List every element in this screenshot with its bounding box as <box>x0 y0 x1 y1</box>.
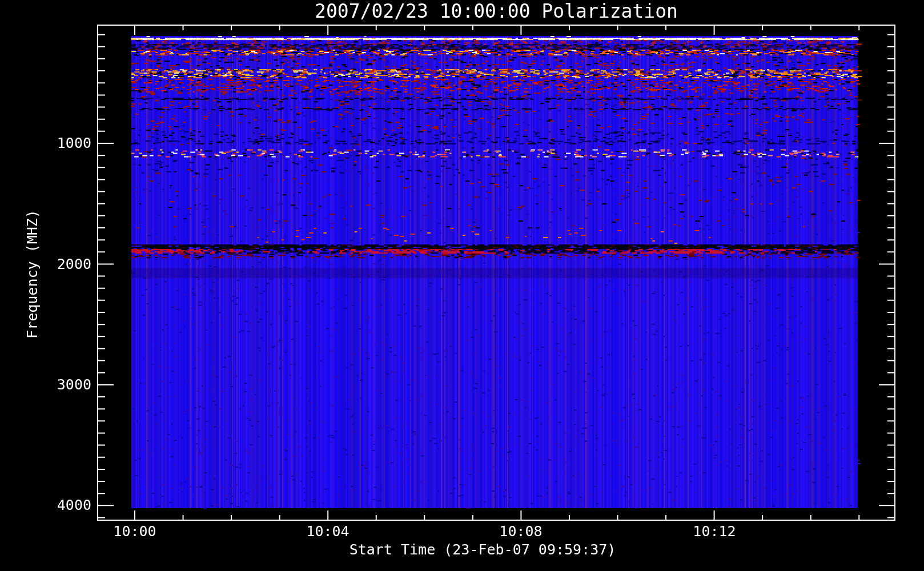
x-tick-label-1012: 10:12 <box>672 523 757 540</box>
x-tick-label-1004: 10:04 <box>285 523 371 540</box>
spectrogram-figure: 2007/02/23 10:00:00 Polarization Frequen… <box>0 0 924 571</box>
y-tick-label-2000: 2000 <box>17 256 91 273</box>
spectrogram-canvas <box>0 0 924 571</box>
plot-title: 2007/02/23 10:00:00 Polarization <box>98 0 895 23</box>
x-axis-label: Start Time (23-Feb-07 09:59:37) <box>254 541 711 558</box>
x-tick-label-1000: 10:00 <box>92 523 178 540</box>
y-tick-label-3000: 3000 <box>17 376 91 393</box>
y-tick-label-4000: 4000 <box>17 497 91 514</box>
y-axis-label: Frequency (MHZ) <box>24 103 41 445</box>
y-tick-label-1000: 1000 <box>17 135 91 152</box>
x-tick-label-1008: 10:08 <box>478 523 564 540</box>
